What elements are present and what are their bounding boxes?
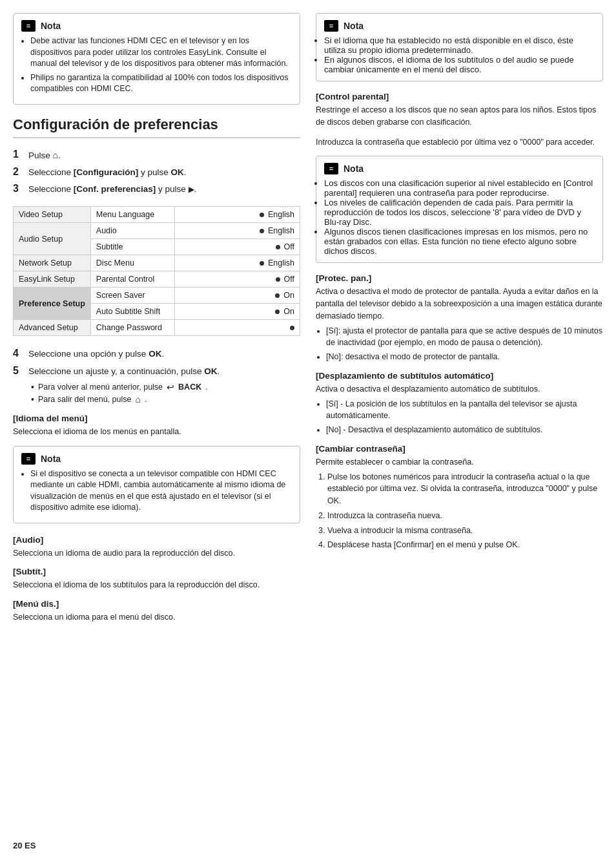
note-title-1: Nota <box>41 21 61 31</box>
note-item: Los niveles de calificación dependen de … <box>324 198 595 227</box>
auto-sub-item: [No] - Desactiva el desplazamiento autom… <box>326 424 603 436</box>
home-icon: ⌂ <box>53 150 58 160</box>
note-item: Debe activar las funciones HDMI CEC en e… <box>30 36 292 70</box>
cat-audio-setup: Audio Setup <box>14 223 91 255</box>
protec-item: [Sí]: ajusta el protector de pantalla pa… <box>326 325 603 350</box>
table-row: Preference Setup Screen Saver On <box>14 288 300 304</box>
note-box-1: = Nota Debe activar las funciones HDMI C… <box>13 13 300 105</box>
menu-audio: Audio <box>90 223 174 239</box>
cat-advanced-setup: Advanced Setup <box>14 320 91 336</box>
audio-heading: [Audio] <box>13 535 300 545</box>
setup-table: Video Setup Menu Language English Audio … <box>13 206 300 336</box>
step-1: 1 Pulse ⌂. <box>13 149 300 162</box>
section-title: Configuración de preferencias <box>13 116 300 138</box>
note-icon-2: = <box>21 453 36 465</box>
note-list-r2: Los discos con una clasificación superio… <box>324 178 595 256</box>
note-icon-r1: = <box>324 20 338 32</box>
step-4: 4 Seleccione una opción y pulse OK. <box>13 348 300 361</box>
note-header-2: = Nota <box>21 453 292 465</box>
steps-4-5: 4 Seleccione una opción y pulse OK. 5 Se… <box>13 348 300 405</box>
menu-disc-menu: Disc Menu <box>90 255 174 271</box>
idioma-heading: [Idioma del menú] <box>13 414 300 423</box>
note-list-1: Debe activar las funciones HDMI CEC en e… <box>30 36 292 95</box>
val-disc-menu: English <box>174 255 300 271</box>
val-screen-saver: On <box>174 288 300 304</box>
step-3: 3 Seleccione [Conf. preferencias] y puls… <box>13 183 300 196</box>
table-row: Video Setup Menu Language English <box>14 207 300 223</box>
arrow-right-icon: ▶ <box>189 184 194 195</box>
menu-auto-subtitle: Auto Subtitle Shift <box>90 304 174 320</box>
step-5-subs: Para volver al menú anterior, pulse ↩ BA… <box>31 382 300 405</box>
note-box-right-2: = Nota Los discos con una clasificación … <box>316 156 603 263</box>
table-row: EasyLink Setup Parental Control Off <box>14 271 300 288</box>
cat-easylink-setup: EasyLink Setup <box>14 271 91 288</box>
note-item: Si el idioma que ha establecido no está … <box>324 36 595 55</box>
note-icon-1: = <box>21 20 36 32</box>
step-sub-home: Para salir del menú, pulse ⌂. <box>31 394 300 405</box>
val-menu-language: English <box>174 207 300 223</box>
subtit-body: Selecciona el idioma de los subtítulos p… <box>13 579 300 591</box>
page-footer: 20 ES <box>13 841 36 850</box>
dot-icon <box>276 245 280 249</box>
protec-body: Activa o desactiva el modo de protector … <box>316 286 603 363</box>
parental-heading: [Control parental] <box>316 92 603 101</box>
dot-icon <box>260 261 264 266</box>
cat-network-setup: Network Setup <box>14 255 91 271</box>
step-sub-back: Para volver al menú anterior, pulse ↩ BA… <box>31 382 300 392</box>
change-pwd-body: Permite establecer o cambiar la contrase… <box>316 456 603 551</box>
note-item: Philips no garantiza la compatibilidad a… <box>30 72 292 95</box>
menu-change-password: Change Password <box>90 320 174 336</box>
dot-icon <box>276 277 280 282</box>
menu-screen-saver: Screen Saver <box>90 288 174 304</box>
parental-body1: Restringe el acceso a los discos que no … <box>316 104 603 129</box>
table-row: Network Setup Disc Menu English <box>14 255 300 271</box>
change-pwd-heading: [Cambiar contraseña] <box>316 444 603 454</box>
change-pwd-step: Pulse los botones numéricos para introdu… <box>327 471 603 507</box>
dot-icon <box>290 326 294 330</box>
dot-icon <box>275 310 280 314</box>
val-audio: English <box>174 223 300 239</box>
menu-subtitle: Subtitle <box>90 239 174 255</box>
note-title-r2: Nota <box>344 163 364 174</box>
note-title-r1: Nota <box>344 21 364 31</box>
change-pwd-step: Introduzca la contraseña nueva. <box>327 510 603 522</box>
protec-item: [No]: desactiva el modo de protector de … <box>326 351 603 363</box>
parental-body2: Introduzca la contraseña que estableció … <box>316 136 603 149</box>
note-item: En algunos discos, el idioma de los subt… <box>324 55 595 74</box>
auto-sub-body: Activa o desactiva el desplazamiento aut… <box>316 383 603 436</box>
back-icon: ↩ <box>167 382 174 392</box>
dot-icon <box>260 229 264 233</box>
dot-icon <box>260 213 264 217</box>
note-box-right-1: = Nota Si el idioma que ha establecido n… <box>316 13 603 81</box>
home-icon: ⌂ <box>135 394 140 405</box>
step-2: 2 Seleccione [Configuración] y pulse OK. <box>13 166 300 179</box>
note-header-1: = Nota <box>21 20 292 32</box>
note-item: Algunos discos tienen clasificaciones im… <box>324 227 595 256</box>
right-column: = Nota Si el idioma que ha establecido n… <box>316 13 603 849</box>
note-header-r1: = Nota <box>324 20 595 32</box>
note-icon-r2: = <box>324 163 338 174</box>
cat-preference-setup: Preference Setup <box>14 288 91 320</box>
note-header-r2: = Nota <box>324 163 595 174</box>
val-parental: Off <box>174 271 300 288</box>
change-pwd-step: Vuelva a introducir la misma contraseña. <box>327 525 603 537</box>
auto-sub-item: [Sí] - La posición de los subtítulos en … <box>326 398 603 423</box>
note-list-r1: Si el idioma que ha establecido no está … <box>324 36 595 74</box>
disc-menu-body: Selecciona un idioma para el menú del di… <box>13 611 300 624</box>
change-pwd-step: Desplácese hasta [Confirmar] en el menú … <box>327 539 603 551</box>
note-item: Los discos con una clasificación superio… <box>324 178 595 198</box>
idioma-body: Selecciona el idioma de los menús en pan… <box>13 426 300 438</box>
steps-1-3: 1 Pulse ⌂. 2 Seleccione [Configuración] … <box>13 149 300 196</box>
table-row: Audio Setup Audio English <box>14 223 300 239</box>
val-change-password <box>174 320 300 336</box>
val-auto-subtitle: On <box>174 304 300 320</box>
note-list-2: Si el dispositivo se conecta a un televi… <box>30 468 292 514</box>
step-5: 5 Seleccione un ajuste y, a continuación… <box>13 365 300 378</box>
note-title-2: Nota <box>41 454 61 464</box>
protec-heading: [Protec. pan.] <box>316 273 603 283</box>
disc-menu-heading: [Menú dis.] <box>13 599 300 609</box>
auto-sub-heading: [Desplazamiento de subtítulos automático… <box>316 371 603 381</box>
left-column: = Nota Debe activar las funciones HDMI C… <box>13 13 300 849</box>
note-item: Si el dispositivo se conecta a un televi… <box>30 468 292 514</box>
cat-video-setup: Video Setup <box>14 207 91 223</box>
